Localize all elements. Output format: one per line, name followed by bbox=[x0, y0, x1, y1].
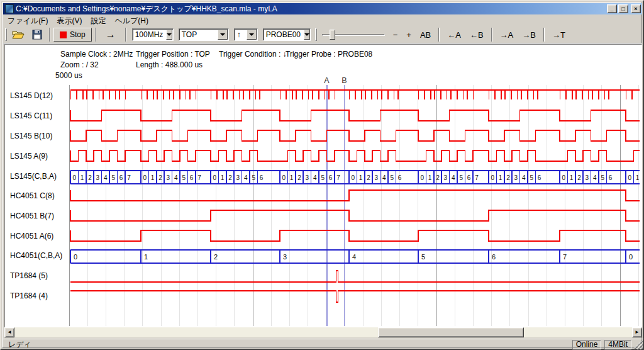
chevron-down-icon[interactable] bbox=[166, 30, 172, 40]
time-scale-label: 5000 us bbox=[55, 71, 82, 80]
separator bbox=[491, 28, 492, 42]
zoom-in-button[interactable]: + bbox=[402, 28, 416, 42]
waveform-area bbox=[4, 44, 642, 327]
zoom-slider-thumb[interactable] bbox=[330, 30, 335, 40]
sample-clock-combo[interactable]: 100MHz bbox=[132, 28, 174, 41]
cursor-b-right-button[interactable]: →B bbox=[518, 28, 540, 42]
separator bbox=[49, 28, 50, 42]
maximize-button[interactable]: □ bbox=[618, 4, 628, 13]
channel-label: TP1684 (4) bbox=[10, 291, 48, 300]
separator bbox=[95, 28, 96, 42]
chevron-down-icon[interactable] bbox=[247, 30, 257, 40]
trigger-condition-info: Trigger Condition : ↓ bbox=[219, 50, 287, 59]
channel-label: HC4051 C(8) bbox=[10, 191, 55, 200]
menu-item-file[interactable]: ファイル(F) bbox=[3, 14, 52, 28]
trigger-position-value: TOP bbox=[179, 30, 217, 39]
probe-combo[interactable]: PROBE00 bbox=[263, 28, 311, 41]
zoom-info: Zoom : / 32 bbox=[60, 60, 99, 69]
channel-label: HC4051 B(7) bbox=[10, 212, 54, 220]
menu-item-help[interactable]: ヘルプ(H) bbox=[110, 14, 153, 28]
save-floppy-icon bbox=[32, 30, 42, 40]
trigger-position-combo[interactable]: TOP bbox=[179, 28, 229, 41]
sample-clock-info: Sample Clock : 2MHz bbox=[60, 50, 133, 59]
run-button[interactable]: → bbox=[99, 29, 122, 40]
resize-grip[interactable] bbox=[635, 341, 643, 349]
channel-label: LS145 B(10) bbox=[10, 132, 52, 140]
probe-value: PROBE00 bbox=[264, 30, 303, 39]
open-file-button[interactable] bbox=[8, 27, 28, 42]
menu-item-settings[interactable]: 設定 bbox=[86, 14, 110, 28]
toolbar-grip bbox=[315, 28, 317, 41]
stop-label: Stop bbox=[70, 30, 86, 39]
minimize-button[interactable]: _ bbox=[607, 4, 617, 13]
channel-label: LS145(C,B,A) bbox=[10, 172, 57, 181]
length-info: Length : 488.000 us bbox=[136, 60, 203, 69]
scroll-right-button[interactable]: ► bbox=[632, 327, 642, 337]
status-bar: レディ Online 4MBit bbox=[3, 339, 643, 349]
online-indicator: Online bbox=[572, 340, 602, 349]
separator bbox=[125, 28, 126, 42]
cursor-a-left-button[interactable]: ←A bbox=[443, 28, 465, 42]
channel-label: HC4051 A(6) bbox=[10, 232, 53, 240]
stop-button[interactable]: Stop bbox=[53, 28, 92, 42]
stop-icon bbox=[60, 31, 67, 38]
trigger-edge-value: ↑ bbox=[235, 30, 246, 39]
trigger-edge-combo[interactable]: ↑ bbox=[234, 28, 258, 41]
trigger-probe-info: Trigger Probe : PROBE08 bbox=[286, 50, 372, 59]
toolbar-grip bbox=[5, 28, 7, 41]
title-bar: C:¥Documents and Settings¥noname¥デスクトップ¥… bbox=[3, 3, 642, 14]
zoom-out-button[interactable]: − bbox=[389, 28, 402, 42]
app-icon bbox=[5, 4, 14, 13]
status-text: レディ bbox=[3, 339, 572, 350]
cursor-b-left-button[interactable]: ←B bbox=[465, 28, 488, 42]
channel-label: LS145 A(9) bbox=[10, 152, 48, 161]
chevron-down-icon[interactable] bbox=[218, 30, 228, 40]
channel-label: TP1684 (5) bbox=[10, 271, 48, 280]
app-window: C:¥Documents and Settings¥noname¥デスクトップ¥… bbox=[0, 0, 644, 350]
zoom-ab-button[interactable]: AB bbox=[416, 28, 435, 42]
close-button[interactable]: × bbox=[631, 4, 641, 13]
channel-label: LS145 C(11) bbox=[10, 111, 52, 120]
channel-label: LS145 D(12) bbox=[10, 91, 53, 100]
memory-indicator: 4MBit bbox=[604, 340, 631, 349]
trigger-position-info: Trigger Position : TOP bbox=[136, 50, 210, 59]
goto-trigger-button[interactable]: →T bbox=[548, 28, 570, 42]
chevron-down-icon[interactable] bbox=[304, 30, 310, 40]
scrollbar-thumb[interactable] bbox=[378, 327, 524, 337]
separator bbox=[543, 28, 545, 42]
separator bbox=[438, 28, 440, 42]
window-title: C:¥Documents and Settings¥noname¥デスクトップ¥… bbox=[16, 4, 604, 14]
channel-label: HC4051(C,B,A) bbox=[10, 251, 62, 260]
menu-item-view[interactable]: 表示(V) bbox=[52, 14, 86, 28]
zoom-slider[interactable] bbox=[322, 28, 385, 41]
sample-clock-value: 100MHz bbox=[133, 30, 166, 39]
scroll-left-button[interactable]: ◄ bbox=[4, 327, 14, 337]
open-folder-icon bbox=[12, 30, 25, 40]
toolbar: Stop → 100MHz TOP ↑ PROBE00 − + AB ←A bbox=[3, 26, 642, 43]
cursor-b-line[interactable] bbox=[344, 85, 345, 326]
save-file-button[interactable] bbox=[28, 27, 46, 42]
cursor-a-right-button[interactable]: →A bbox=[496, 28, 518, 42]
horizontal-scrollbar[interactable]: ◄ ► bbox=[4, 327, 642, 337]
menu-bar: ファイル(F)表示(V)設定ヘルプ(H) bbox=[3, 15, 642, 26]
cursor-a-line[interactable] bbox=[326, 85, 328, 326]
